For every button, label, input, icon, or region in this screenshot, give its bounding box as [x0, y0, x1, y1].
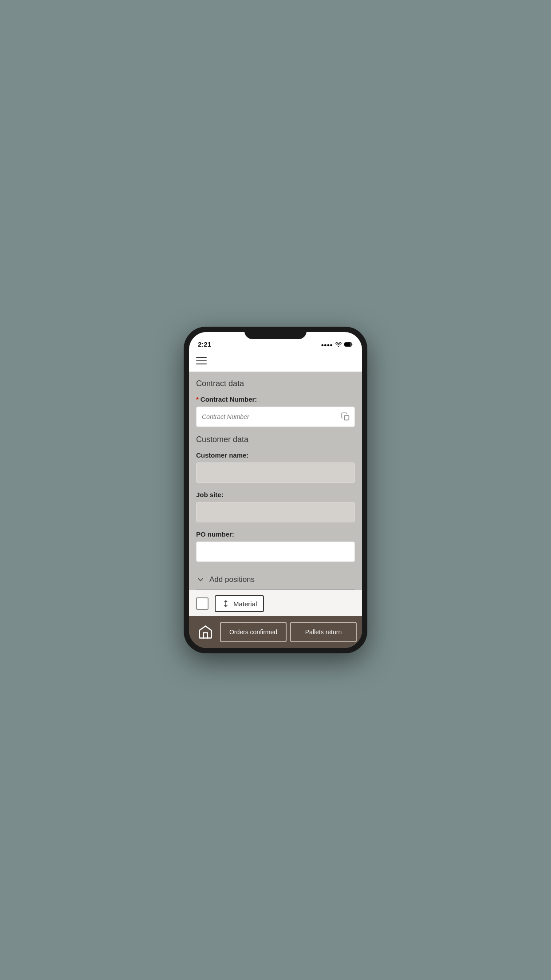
bottom-nav: Orders confirmed Pallets return [189, 616, 362, 648]
customer-section-title: Customer data [196, 435, 355, 444]
sort-icon [222, 600, 230, 608]
pallets-return-button[interactable]: Pallets return [290, 622, 357, 642]
job-site-input[interactable] [196, 502, 355, 522]
customer-name-input[interactable] [196, 462, 355, 483]
customer-name-group: Customer name: [196, 451, 355, 483]
signal-icon: ●●●● [321, 342, 333, 348]
battery-icon [344, 342, 353, 348]
required-marker: * [196, 395, 199, 403]
contract-number-label: * Contract Number: [196, 395, 355, 403]
phone-screen: 2:21 ●●●● [189, 332, 362, 648]
po-number-group: PO number: [196, 530, 355, 562]
contract-section-title: Contract data [196, 379, 355, 388]
select-all-checkbox[interactable] [196, 597, 209, 610]
job-site-group: Job site: [196, 491, 355, 522]
customer-name-label: Customer name: [196, 451, 355, 459]
job-site-label: Job site: [196, 491, 355, 498]
home-button[interactable] [194, 621, 216, 643]
hamburger-menu[interactable] [196, 357, 207, 364]
table-header-area: Material [189, 590, 362, 616]
status-time: 2:21 [198, 340, 211, 348]
contract-number-input[interactable] [196, 407, 355, 427]
wifi-icon [335, 342, 342, 348]
svg-rect-1 [345, 343, 351, 346]
phone-frame: 2:21 ●●●● [184, 327, 367, 653]
material-sort-button[interactable]: Material [215, 595, 264, 612]
scroll-content[interactable]: Contract data * Contract Number: [189, 372, 362, 616]
header [189, 350, 362, 372]
material-sort-label: Material [233, 600, 257, 608]
copy-icon[interactable] [341, 412, 350, 422]
contract-number-group: * Contract Number: [196, 395, 355, 427]
po-number-input[interactable] [196, 541, 355, 562]
orders-confirmed-button[interactable]: Orders confirmed [220, 622, 287, 642]
add-positions-row[interactable]: Add positions [196, 570, 355, 588]
contract-number-input-wrapper [196, 407, 355, 427]
status-icons: ●●●● [321, 342, 353, 348]
notch [244, 327, 307, 339]
po-number-label: PO number: [196, 530, 355, 538]
svg-rect-2 [344, 415, 349, 420]
add-positions-label: Add positions [209, 575, 255, 584]
form-container: Contract data * Contract Number: [189, 372, 362, 616]
chevron-down-icon [196, 575, 205, 584]
